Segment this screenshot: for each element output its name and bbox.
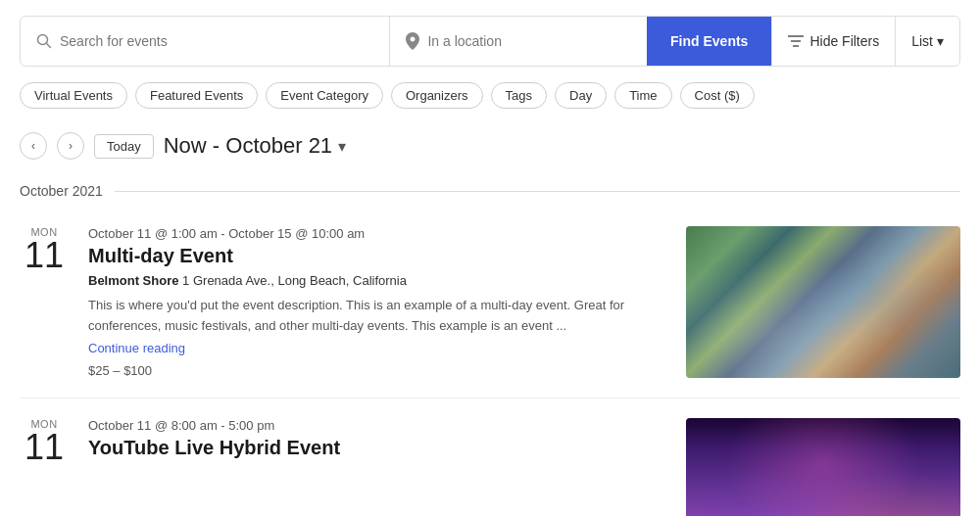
event-thumbnail-crowd: [686, 226, 960, 378]
hide-filters-label: Hide Filters: [809, 33, 879, 49]
event-title[interactable]: YouTube Live Hybrid Event: [88, 437, 666, 459]
search-bar: Find Events Hide Filters List ▾: [20, 16, 960, 67]
next-arrow-button[interactable]: ›: [57, 132, 84, 160]
search-icon: [36, 33, 52, 49]
event-title-link[interactable]: YouTube Live Hybrid Event: [88, 437, 340, 458]
month-label: October 2021: [20, 183, 103, 199]
today-button[interactable]: Today: [94, 134, 154, 159]
event-item: MON 11 October 11 @ 1:00 am - October 15…: [20, 207, 960, 399]
date-range-caret-icon: ▾: [338, 137, 346, 156]
event-item: MON 11 October 11 @ 8:00 am - 5:00 pm Yo…: [20, 399, 960, 516]
location-icon: [406, 32, 419, 50]
event-title-link[interactable]: Multi-day Event: [88, 245, 233, 266]
find-events-button[interactable]: Find Events: [647, 17, 771, 66]
event-date-column: MON 11: [20, 226, 69, 273]
prev-arrow-button[interactable]: ‹: [20, 132, 47, 160]
event-date-column: MON 11: [20, 418, 69, 465]
list-label: List: [911, 33, 933, 49]
filter-tag[interactable]: Day: [555, 82, 607, 109]
date-range-display[interactable]: Now - October 21 ▾: [164, 133, 346, 159]
date-range-text: Now - October 21: [164, 133, 332, 159]
month-header: October 2021: [0, 175, 980, 207]
event-time: October 11 @ 1:00 am - October 15 @ 10:0…: [88, 226, 666, 241]
search-input[interactable]: [60, 33, 373, 49]
list-caret-icon: ▾: [937, 33, 944, 49]
location-section: [390, 17, 647, 66]
event-day-number: 11: [20, 430, 69, 465]
event-day-number: 11: [20, 238, 69, 273]
event-image[interactable]: [686, 418, 960, 516]
event-location-name: Belmont Shore: [88, 273, 178, 288]
hide-filters-button[interactable]: Hide Filters: [771, 17, 895, 66]
event-price: $25 – $100: [88, 363, 666, 378]
event-image[interactable]: [686, 226, 960, 378]
continue-reading-link[interactable]: Continue reading: [88, 341, 666, 355]
event-location: Belmont Shore 1 Grenada Ave., Long Beach…: [88, 273, 666, 288]
svg-line-1: [47, 44, 51, 48]
event-time: October 11 @ 8:00 am - 5:00 pm: [88, 418, 666, 433]
search-section: [21, 17, 390, 66]
event-location-addr-text: 1 Grenada Ave., Long Beach, California: [182, 273, 407, 288]
filter-tag[interactable]: Virtual Events: [20, 82, 127, 109]
filter-tags-bar: Virtual EventsFeatured EventsEvent Categ…: [0, 82, 980, 124]
filter-tag[interactable]: Organizers: [391, 82, 483, 109]
location-input[interactable]: [427, 33, 631, 49]
filter-tag[interactable]: Tags: [491, 82, 547, 109]
event-content: October 11 @ 1:00 am - October 15 @ 10:0…: [88, 226, 666, 378]
event-content: October 11 @ 8:00 am - 5:00 pm YouTube L…: [88, 418, 666, 465]
event-thumbnail-concert: [686, 418, 960, 516]
list-view-button[interactable]: List ▾: [895, 17, 959, 66]
filter-tag[interactable]: Cost ($): [680, 82, 755, 109]
filter-tag[interactable]: Time: [614, 82, 671, 109]
filter-tag[interactable]: Event Category: [266, 82, 383, 109]
filter-tag[interactable]: Featured Events: [135, 82, 258, 109]
event-description: This is where you'd put the event descri…: [88, 296, 666, 337]
events-list: MON 11 October 11 @ 1:00 am - October 15…: [0, 207, 980, 516]
date-navigation: ‹ › Today Now - October 21 ▾: [0, 124, 980, 175]
event-title[interactable]: Multi-day Event: [88, 245, 666, 267]
